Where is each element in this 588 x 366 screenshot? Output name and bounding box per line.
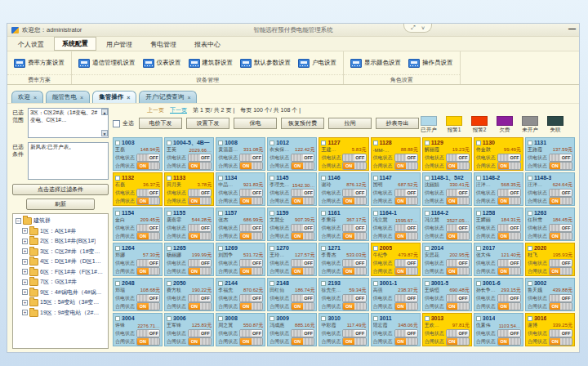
meter-card[interactable]: 1258王媚丽184.31元供电状态OFF合闸状态ON — [474, 208, 523, 241]
supply-status-toggle[interactable]: OFF — [239, 294, 263, 302]
expand-icon[interactable]: + — [22, 239, 28, 244]
switch-status-toggle[interactable]: ON — [239, 162, 263, 170]
supply-status-toggle[interactable]: OFF — [136, 294, 160, 302]
switch-status-toggle[interactable]: ON — [342, 197, 366, 205]
card-checkbox[interactable] — [218, 316, 223, 321]
switch-status-toggle[interactable]: ON — [497, 267, 521, 275]
meter-card[interactable]: 2048郑瑞108.68元供电状态OFF合闸状态ON — [113, 278, 163, 311]
supply-status-toggle[interactable]: OFF — [136, 259, 160, 267]
meter-card[interactable]: 3006王军锋125.83元供电状态OFF合闸状态ON — [164, 313, 214, 346]
supply-status-toggle[interactable]: OFF — [497, 154, 521, 162]
switch-status-toggle[interactable]: ON — [291, 162, 314, 170]
meter-card[interactable]: 2020桂飞195.93元供电状态OFF合闸状态ON — [525, 243, 575, 276]
tab-0[interactable]: 欢迎× — [11, 91, 43, 103]
card-checkbox[interactable] — [425, 281, 430, 286]
switch-status-toggle[interactable]: ON — [136, 232, 160, 240]
menu-item-3[interactable]: 售电管理 — [142, 38, 185, 51]
card-checkbox[interactable] — [476, 316, 481, 321]
tree-root[interactable]: −建筑群 — [16, 216, 107, 226]
meter-card[interactable]: 3011陆宏霞348.06元供电状态OFF合闸状态ON — [371, 313, 421, 346]
close-icon[interactable]: × — [127, 95, 130, 100]
switch-status-toggle[interactable]: ON — [291, 197, 314, 205]
card-checkbox[interactable] — [321, 316, 326, 321]
meter-card[interactable]: 3010毕彩霞117.49元供电状态OFF合闸状态ON — [318, 313, 368, 346]
card-checkbox[interactable] — [373, 211, 378, 216]
meter-card[interactable]: 3001-5王炳恒690.48元供电状态OFF合闸状态ON — [422, 278, 472, 311]
supply-status-toggle[interactable]: OFF — [497, 294, 521, 302]
meter-card[interactable]: 1008黄温器…331.08元供电状态OFF合闸状态ON — [216, 137, 265, 171]
meter-card[interactable]: 1154金白209.45元供电状态OFF合闸状态ON — [113, 208, 163, 241]
meter-card[interactable]: 1127王建…5.83元供电状态OFF合闸状态ON — [318, 137, 368, 171]
card-checkbox[interactable] — [270, 211, 274, 216]
card-checkbox[interactable] — [115, 246, 120, 251]
meter-card[interactable]: 1148-1、5#2沈丽娟330.41元供电状态OFF合闸状态ON — [422, 172, 472, 206]
supply-status-toggle[interactable]: OFF — [188, 189, 212, 197]
ribbon-button-0-0[interactable]: 费率方案设置 — [14, 59, 65, 68]
menu-item-1[interactable]: 系统配置 — [54, 37, 96, 51]
action-button-2[interactable]: 保电 — [234, 118, 277, 129]
supply-status-toggle[interactable]: OFF — [291, 329, 314, 337]
switch-status-toggle[interactable]: ON — [291, 232, 314, 240]
collapse-icon[interactable]: − — [16, 218, 21, 224]
filter-select-button[interactable]: 点击选择过滤条件 — [12, 184, 109, 195]
card-checkbox[interactable] — [373, 316, 378, 321]
supply-status-toggle[interactable]: OFF — [291, 259, 314, 267]
card-checkbox[interactable] — [425, 246, 430, 251]
card-checkbox[interactable] — [218, 176, 223, 181]
tree-item-3[interactable]: +4区：D区1#井（D区1… — [22, 257, 107, 267]
action-button-3[interactable]: 恢复预付费 — [281, 118, 324, 129]
scroll-up-icon[interactable]: ▲ — [101, 109, 108, 115]
meter-card[interactable]: 1133田月美3.78元供电状态OFF合闸状态ON — [164, 172, 214, 206]
ribbon-button-1-0[interactable]: 通信管理机设置 — [78, 59, 136, 68]
switch-status-toggle[interactable]: ON — [188, 337, 212, 346]
supply-status-toggle[interactable]: OFF — [188, 154, 212, 162]
supply-status-toggle[interactable]: OFF — [394, 294, 418, 302]
meter-card[interactable]: 1148-2汪洋…568.35元供电状态OFF合闸状态ON — [474, 172, 523, 206]
meter-card[interactable]: 1004-5、4B一王英2029.66…供电状态OFF合闸状态ON — [164, 137, 214, 171]
card-checkbox[interactable] — [218, 281, 223, 286]
meter-card[interactable]: 1270王玲…127.57元供电状态OFF合闸状态ON — [267, 243, 317, 276]
supply-status-toggle[interactable]: OFF — [549, 154, 572, 162]
switch-status-toggle[interactable]: ON — [136, 267, 160, 275]
card-checkbox[interactable] — [115, 176, 120, 181]
switch-status-toggle[interactable]: ON — [291, 267, 314, 275]
switch-status-toggle[interactable]: ON — [497, 337, 521, 346]
tree-item-4[interactable]: +6区：F区1#井（F区1#… — [22, 267, 107, 278]
meter-card[interactable]: 3001-6孙长争…293.15元供电状态OFF合闸状态ON — [474, 278, 523, 311]
supply-status-toggle[interactable]: OFF — [342, 224, 366, 232]
switch-status-toggle[interactable]: ON — [342, 267, 366, 275]
meter-card[interactable]: 1145李理先…1542.30…供电状态OFF合闸状态ON — [267, 172, 317, 206]
ribbon-button-2-0[interactable]: 显示颜色设置 — [350, 59, 401, 68]
switch-status-toggle[interactable]: ON — [446, 337, 470, 346]
switch-status-toggle[interactable]: ON — [497, 232, 521, 240]
refresh-button[interactable]: 刷新 — [26, 199, 96, 210]
meter-card[interactable]: 1269刘国争531.72元供电状态OFF合闸状态ON — [216, 243, 265, 276]
switch-status-toggle[interactable]: ON — [394, 232, 418, 240]
card-checkbox[interactable] — [528, 211, 532, 216]
supply-status-toggle[interactable]: OFF — [394, 329, 418, 337]
card-checkbox[interactable] — [167, 316, 172, 321]
meter-card[interactable]: 3009冯成惠885.16元供电状态OFF合闸状态ON — [267, 313, 317, 346]
supply-status-toggle[interactable]: OFF — [497, 189, 521, 197]
meter-card[interactable]: 2014安思花202.95元供电状态OFF合闸状态ON — [422, 243, 472, 276]
tab-3[interactable]: 开户/记费查询× — [139, 91, 197, 103]
supply-status-toggle[interactable]: OFF — [136, 154, 160, 162]
ribbon-button-1-4[interactable]: 户电设置 — [298, 59, 336, 68]
switch-status-toggle[interactable]: ON — [394, 162, 418, 170]
switch-status-toggle[interactable]: ON — [188, 232, 212, 240]
card-checkbox[interactable] — [218, 141, 223, 145]
tree-item-2[interactable]: +3区：C区2#井（1#变… — [22, 247, 107, 257]
meter-card[interactable]: 1129解丽霞19.23元供电状态OFF合闸状态ON — [422, 137, 472, 171]
switch-status-toggle[interactable]: ON — [394, 337, 418, 346]
card-checkbox[interactable] — [270, 141, 274, 145]
card-checkbox[interactable] — [528, 246, 532, 251]
meter-card[interactable]: 2005牛纪争479.87元供电状态OFF合闸状态ON — [371, 243, 421, 276]
switch-status-toggle[interactable]: ON — [291, 302, 314, 310]
card-checkbox[interactable] — [167, 211, 172, 216]
card-checkbox[interactable] — [373, 246, 378, 251]
expand-icon[interactable]: + — [22, 310, 28, 315]
card-checkbox[interactable] — [115, 316, 120, 321]
switch-status-toggle[interactable]: ON — [497, 197, 521, 205]
card-checkbox[interactable] — [425, 176, 430, 181]
supply-status-toggle[interactable]: OFF — [342, 329, 366, 337]
